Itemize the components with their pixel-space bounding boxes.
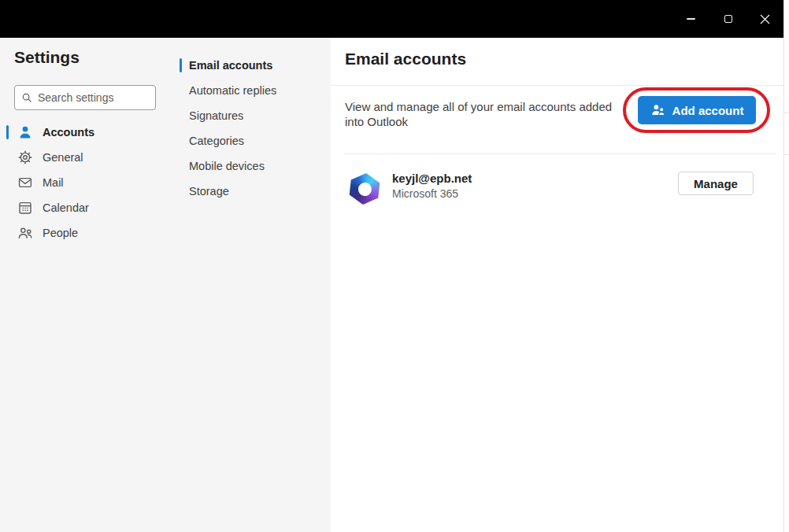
search-settings-box[interactable] bbox=[14, 85, 156, 110]
sidebar-item-mail[interactable]: Mail bbox=[0, 170, 165, 195]
subnav-item-label: Categories bbox=[189, 135, 244, 147]
sidebar-item-label: People bbox=[43, 227, 78, 239]
sidebar-item-label: Mail bbox=[43, 176, 64, 189]
gear-icon bbox=[17, 150, 33, 165]
page-title: Email accounts bbox=[345, 50, 466, 68]
subnav-item-label: Email accounts bbox=[189, 59, 272, 72]
settings-subnav: Email accounts Automatic replies Signatu… bbox=[165, 38, 331, 532]
minimize-icon bbox=[687, 18, 695, 20]
search-settings-input[interactable] bbox=[38, 91, 149, 104]
subnav-item-storage[interactable]: Storage bbox=[172, 179, 324, 204]
subnav-item-email-accounts[interactable]: Email accounts bbox=[172, 53, 324, 78]
sidebar-item-people[interactable]: People bbox=[0, 220, 165, 246]
close-button[interactable] bbox=[746, 0, 783, 38]
maximize-icon bbox=[724, 15, 732, 23]
add-account-label: Add account bbox=[672, 104, 744, 117]
subnav-item-categories[interactable]: Categories bbox=[172, 128, 324, 153]
sidebar-item-calendar[interactable]: Calendar bbox=[0, 195, 165, 220]
divider bbox=[345, 153, 776, 154]
edge-divider bbox=[784, 154, 789, 155]
calendar-icon bbox=[17, 200, 33, 216]
subnav-item-mobile-devices[interactable]: Mobile devices bbox=[172, 153, 324, 179]
settings-window: Settings Accounts bbox=[0, 38, 783, 532]
minimize-button[interactable] bbox=[672, 0, 709, 38]
divider bbox=[331, 85, 783, 86]
magnifier-icon bbox=[21, 91, 32, 104]
settings-nav: Accounts General bbox=[0, 120, 165, 246]
window-edge-strip bbox=[783, 0, 789, 532]
sidebar-item-label: General bbox=[43, 151, 83, 164]
settings-heading: Settings bbox=[14, 48, 80, 67]
envelope-icon bbox=[17, 175, 33, 190]
subnav-item-label: Storage bbox=[189, 185, 229, 198]
manage-account-button[interactable]: Manage bbox=[678, 172, 754, 195]
sidebar-item-label: Calendar bbox=[43, 201, 89, 214]
window-titlebar bbox=[0, 0, 783, 38]
microsoft-365-logo bbox=[346, 170, 383, 208]
email-accounts-panel: Email accounts View and manage all of yo… bbox=[331, 38, 783, 532]
person-icon bbox=[17, 124, 33, 140]
add-account-button[interactable]: Add account bbox=[638, 96, 756, 124]
subnav-item-signatures[interactable]: Signatures bbox=[172, 103, 324, 128]
sidebar-item-accounts[interactable]: Accounts bbox=[0, 120, 165, 145]
maximize-button[interactable] bbox=[709, 0, 746, 38]
account-email: keyjl@epb.net bbox=[392, 172, 472, 185]
selected-indicator bbox=[180, 58, 182, 72]
account-provider: Microsoft 365 bbox=[392, 187, 458, 200]
subnav-item-automatic-replies[interactable]: Automatic replies bbox=[172, 78, 324, 103]
subnav-item-label: Automatic replies bbox=[189, 84, 276, 97]
close-icon bbox=[760, 14, 770, 24]
sidebar-item-general[interactable]: General bbox=[0, 145, 165, 170]
edge-divider bbox=[784, 113, 789, 113]
people-icon bbox=[17, 225, 33, 241]
selected-indicator bbox=[6, 125, 9, 139]
panel-description: View and manage all of your email accoun… bbox=[345, 99, 617, 129]
sidebar-item-label: Accounts bbox=[43, 126, 94, 139]
people-add-icon bbox=[650, 102, 666, 118]
settings-sidebar: Settings Accounts bbox=[0, 38, 165, 532]
subnav-item-label: Signatures bbox=[189, 109, 243, 122]
subnav-item-label: Mobile devices bbox=[189, 160, 265, 172]
account-list-item: keyjl@epb.net Microsoft 365 Manage bbox=[331, 168, 783, 212]
